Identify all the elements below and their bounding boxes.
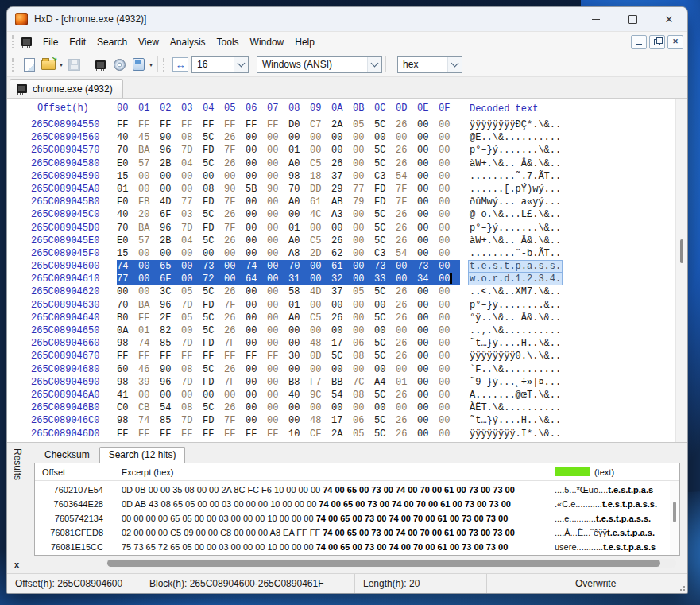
hex-byte[interactable]: 00 bbox=[353, 363, 374, 376]
hex-byte[interactable]: 62 bbox=[331, 247, 353, 260]
menu-item-help[interactable]: Help bbox=[289, 34, 320, 50]
hex-byte[interactable]: FB bbox=[138, 196, 160, 208]
hex-byte[interactable]: 00 bbox=[439, 337, 460, 350]
hex-byte[interactable]: 5C bbox=[374, 312, 396, 324]
mdi-close-button[interactable]: ✕ bbox=[667, 35, 683, 49]
hex-byte[interactable]: 00 bbox=[267, 337, 288, 350]
hex-byte[interactable]: 00 bbox=[439, 376, 460, 389]
hex-byte[interactable]: 01 bbox=[288, 299, 310, 312]
hex-scrollbar-thumb[interactable] bbox=[680, 239, 683, 263]
hex-byte[interactable]: FF bbox=[246, 118, 267, 131]
hex-byte[interactable]: 00 bbox=[160, 183, 181, 196]
hex-byte[interactable]: 5C bbox=[374, 414, 396, 427]
hex-byte[interactable]: 00 bbox=[417, 363, 439, 376]
hex-byte[interactable]: 00 bbox=[181, 247, 203, 260]
hex-byte[interactable]: 00 bbox=[439, 401, 460, 414]
hex-byte[interactable]: 00 bbox=[417, 144, 439, 157]
hex-byte[interactable]: 00 bbox=[246, 363, 267, 376]
hex-byte[interactable]: 77 bbox=[117, 273, 138, 285]
hex-byte[interactable]: 00 bbox=[439, 389, 460, 401]
hex-byte[interactable]: 00 bbox=[353, 299, 374, 312]
hex-byte[interactable]: 00 bbox=[310, 363, 331, 376]
row-decoded-text[interactable]: `F..\&.......... bbox=[468, 363, 563, 376]
hex-byte[interactable]: 26 bbox=[396, 350, 417, 363]
hex-byte[interactable]: 90 bbox=[267, 183, 288, 196]
hex-byte[interactable]: 00 bbox=[331, 324, 353, 337]
hex-byte[interactable]: 00 bbox=[417, 414, 439, 427]
hex-byte[interactable]: 00 bbox=[439, 157, 460, 170]
hex-byte[interactable]: 7C bbox=[353, 376, 374, 389]
menu-item-edit[interactable]: Edit bbox=[64, 34, 91, 50]
row-decoded-text[interactable]: °ÿ..\&.. Å&.\&.. bbox=[468, 312, 563, 324]
row-bytes[interactable]: 0A0182005C2600000000000000000000 bbox=[117, 324, 460, 337]
hex-byte[interactable]: 5C bbox=[203, 157, 224, 170]
hex-byte[interactable]: 00 bbox=[439, 131, 460, 144]
row-bytes[interactable]: 9839967DFD7F0000B8F7BB7CA4010000 bbox=[117, 376, 460, 389]
hex-byte[interactable]: 0A bbox=[117, 324, 138, 337]
results-horizontal-scrollbar[interactable] bbox=[106, 559, 676, 568]
hex-row[interactable]: 265C089046D0FFFFFFFFFFFFFFFF10CF2A055C26… bbox=[7, 428, 676, 440]
hex-byte[interactable]: 00 bbox=[224, 170, 246, 183]
hex-byte[interactable]: 26 bbox=[396, 157, 417, 170]
hex-byte[interactable]: D0 bbox=[288, 118, 310, 131]
hex-byte[interactable]: FF bbox=[203, 118, 224, 131]
hex-byte[interactable]: 2E bbox=[160, 312, 181, 324]
hex-byte[interactable]: 03 bbox=[181, 208, 203, 221]
hex-byte[interactable]: 00 bbox=[246, 222, 267, 235]
row-bytes[interactable]: 604690085C2600000000000000000000 bbox=[117, 363, 460, 376]
hex-byte[interactable]: 7F bbox=[396, 196, 417, 208]
hex-byte[interactable]: 96 bbox=[160, 144, 181, 157]
hex-byte[interactable]: 90 bbox=[160, 131, 181, 144]
hex-byte[interactable]: C5 bbox=[310, 235, 331, 247]
hex-byte[interactable]: 00 bbox=[310, 144, 331, 157]
hex-byte[interactable]: BA bbox=[138, 222, 160, 235]
hex-byte[interactable]: 2B bbox=[160, 157, 181, 170]
hex-byte[interactable]: 2A bbox=[331, 428, 353, 440]
hex-byte[interactable]: 01 bbox=[396, 376, 417, 389]
hex-byte[interactable]: 57 bbox=[138, 157, 160, 170]
hex-byte[interactable]: 74 bbox=[138, 337, 160, 350]
hex-byte[interactable]: 90 bbox=[160, 363, 181, 376]
row-bytes[interactable]: C0CB54085C2600000000000000000000 bbox=[117, 401, 460, 414]
hex-byte[interactable]: 00 bbox=[288, 131, 310, 144]
hex-byte[interactable]: 00 bbox=[417, 350, 439, 363]
hex-row[interactable]: 265C08904590150000000000000098183700C354… bbox=[7, 170, 676, 183]
hex-byte[interactable]: 00 bbox=[246, 299, 267, 312]
menu-item-analysis[interactable]: Analysis bbox=[164, 34, 211, 50]
hex-byte[interactable]: 5C bbox=[203, 363, 224, 376]
hex-byte[interactable]: 00 bbox=[439, 144, 460, 157]
hex-byte[interactable]: 61 bbox=[331, 260, 353, 273]
row-bytes[interactable]: FFFFFFFFFFFFFFFF10CF2A055C260000 bbox=[117, 428, 460, 440]
hex-byte[interactable]: A0 bbox=[288, 235, 310, 247]
chevron-down-icon[interactable] bbox=[234, 57, 248, 72]
hex-byte[interactable]: 00 bbox=[288, 363, 310, 376]
hex-byte[interactable]: 00 bbox=[331, 131, 353, 144]
row-decoded-text[interactable]: ðûMwý... a«yý... bbox=[468, 196, 563, 208]
hex-byte[interactable]: 48 bbox=[310, 337, 331, 350]
hex-byte[interactable]: 00 bbox=[417, 235, 439, 247]
hex-byte[interactable]: 00 bbox=[138, 247, 160, 260]
new-file-button[interactable] bbox=[20, 55, 39, 74]
hex-byte[interactable]: 00 bbox=[288, 414, 310, 427]
hex-byte[interactable]: 32 bbox=[331, 273, 353, 285]
tab-chrome-exe[interactable]: chrome.exe (4932) bbox=[10, 79, 123, 98]
hex-byte[interactable]: A3 bbox=[331, 208, 353, 221]
hex-byte[interactable]: 7F bbox=[224, 337, 246, 350]
hex-byte[interactable]: 5B bbox=[246, 183, 267, 196]
column-header-excerpt[interactable]: Excerpt (hex) bbox=[114, 463, 547, 480]
hex-byte[interactable]: BA bbox=[138, 144, 160, 157]
hex-byte[interactable]: 05 bbox=[181, 312, 203, 324]
hex-byte[interactable]: 26 bbox=[224, 401, 246, 414]
hex-byte[interactable]: 00 bbox=[396, 324, 417, 337]
hex-byte[interactable]: 00 bbox=[417, 389, 439, 401]
hex-row[interactable]: 265C08904670FFFFFFFFFFFFFFFF300D5C085C26… bbox=[7, 350, 676, 363]
hex-byte[interactable]: 26 bbox=[396, 428, 417, 440]
hex-byte[interactable]: 05 bbox=[181, 285, 203, 298]
hex-byte[interactable]: FD bbox=[203, 414, 224, 427]
hex-byte[interactable]: 26 bbox=[396, 208, 417, 221]
hex-byte[interactable]: FF bbox=[246, 350, 267, 363]
mdi-restore-button[interactable] bbox=[649, 35, 665, 49]
hex-byte[interactable]: FD bbox=[203, 337, 224, 350]
hex-byte[interactable]: 00 bbox=[138, 285, 160, 298]
hex-byte[interactable]: 7D bbox=[181, 376, 203, 389]
